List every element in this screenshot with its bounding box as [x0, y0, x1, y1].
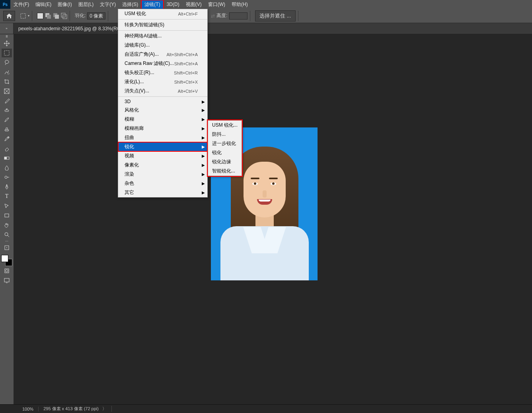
submenu-arrow-icon: ▶ — [202, 100, 205, 104]
submenu-arrow-icon: ▶ — [202, 117, 205, 121]
submenu-smart-sharpen[interactable]: 智能锐化... — [208, 166, 242, 176]
ps-logo-icon: Ps — [0, 0, 10, 9]
document-tab[interactable]: pexels-atahandemir-28221965.jpg @ 8.33%(… — [14, 23, 134, 34]
menu-convert-smart-filter[interactable]: 转换为智能滤镜(S) — [118, 20, 207, 31]
svg-rect-0 — [21, 14, 25, 18]
svg-rect-15 — [5, 214, 9, 217]
clone-stamp-tool[interactable] — [2, 125, 12, 134]
gradient-tool[interactable] — [2, 154, 12, 162]
hand-tool[interactable] — [2, 221, 12, 229]
selection-new-icon[interactable] — [37, 13, 43, 19]
menu-vanishing-point[interactable]: 消失点(V)...Alt+Ctrl+V — [118, 86, 207, 97]
submenu-arrow-icon: ▶ — [202, 126, 205, 131]
chevron-down-icon[interactable]: ▾ — [28, 14, 29, 18]
menu-filter-gallery[interactable]: 滤镜库(G)... — [118, 41, 207, 50]
feather-input[interactable]: 0 像素 — [87, 12, 105, 20]
eraser-tool[interactable] — [2, 144, 12, 153]
edit-toolbar-icon[interactable] — [2, 243, 12, 252]
menu-cat-blur-gallery[interactable]: 模糊画廊▶ — [118, 124, 207, 133]
menu-liquify[interactable]: 液化(L)...Shift+Ctrl+X — [118, 77, 207, 86]
menu-image[interactable]: 图像(I) — [55, 0, 75, 9]
pen-tool[interactable] — [2, 182, 12, 191]
document-info[interactable]: 295 像素 x 413 像素 (72 ppi) 〉 — [39, 406, 112, 412]
submenu-usm-sharpen[interactable]: USM 锐化... — [208, 121, 242, 130]
document-tab-title: pexels-atahandemir-28221965.jpg @ 8.33%(… — [18, 26, 129, 31]
svg-point-20 — [6, 270, 8, 272]
marquee-tool-indicator-icon[interactable] — [20, 13, 26, 19]
quick-mask-tool[interactable] — [2, 266, 12, 275]
select-and-mask-button[interactable]: 选择并遮住 ... — [255, 10, 296, 22]
sharpen-submenu: USM 锐化... 防抖... 进一步锐化 锐化 锐化边缘 智能锐化... — [208, 120, 242, 176]
menu-help[interactable]: 帮助(H) — [228, 0, 251, 9]
menu-layer[interactable]: 图层(L) — [75, 0, 97, 9]
menu-3d[interactable]: 3D(D) — [164, 0, 183, 8]
menu-neural-filters[interactable]: 神经网络AI滤镜... — [118, 31, 207, 41]
menu-cat-pixelate[interactable]: 像素化▶ — [118, 161, 207, 170]
foreground-color-swatch[interactable] — [1, 255, 8, 262]
rectangular-marquee-tool[interactable] — [2, 49, 12, 57]
svg-rect-7 — [4, 51, 9, 55]
home-icon — [6, 13, 12, 19]
frame-tool[interactable] — [2, 87, 12, 96]
menu-cat-stylize[interactable]: 风格化▶ — [118, 106, 207, 115]
menu-adaptive-wide-angle[interactable]: 自适应广角(A)...Alt+Shift+Ctrl+A — [118, 50, 207, 59]
crop-tool[interactable] — [2, 77, 12, 86]
svg-point-18 — [6, 247, 7, 248]
svg-point-14 — [5, 176, 7, 178]
menu-edit[interactable]: 编辑(E) — [32, 0, 55, 9]
color-swatches[interactable] — [1, 255, 12, 266]
eyedropper-tool[interactable] — [2, 96, 12, 105]
submenu-sharpen[interactable]: 锐化 — [208, 148, 242, 157]
history-brush-tool[interactable] — [2, 135, 12, 143]
chevron-right-icon[interactable]: 〉 — [102, 406, 107, 411]
rectangle-tool[interactable] — [2, 211, 12, 220]
quick-selection-tool[interactable] — [2, 68, 12, 76]
dodge-tool[interactable] — [2, 173, 12, 182]
menu-cat-render[interactable]: 渲染▶ — [118, 170, 207, 179]
type-tool[interactable]: T — [2, 192, 12, 201]
submenu-arrow-icon: ▶ — [202, 190, 205, 195]
brush-tool[interactable] — [2, 115, 12, 124]
svg-point-8 — [8, 73, 9, 74]
selection-intersect-icon[interactable] — [61, 13, 67, 19]
menu-cat-video[interactable]: 视频▶ — [118, 151, 207, 161]
menu-type[interactable]: 文字(Y) — [97, 0, 119, 9]
zoom-level[interactable]: 100% — [18, 407, 39, 411]
menu-cat-distort[interactable]: 扭曲▶ — [118, 133, 207, 142]
menu-filter[interactable]: 滤镜(T) — [141, 0, 163, 9]
swap-icon: ⇄ — [211, 13, 215, 19]
zoom-tool[interactable] — [2, 230, 12, 239]
menu-cat-3d[interactable]: 3D▶ — [118, 98, 207, 106]
menu-last-filter[interactable]: USM 锐化 Alt+Ctrl+F — [118, 9, 207, 20]
screen-mode-tool[interactable] — [2, 276, 12, 285]
menu-cat-other[interactable]: 其它▶ — [118, 188, 207, 197]
height-input — [229, 12, 247, 20]
canvas-area[interactable] — [14, 34, 532, 404]
submenu-arrow-icon: ▶ — [202, 163, 205, 167]
menu-select[interactable]: 选择(S) — [119, 0, 141, 9]
submenu-sharpen-more[interactable]: 进一步锐化 — [208, 139, 242, 148]
healing-brush-tool[interactable] — [2, 106, 12, 115]
toolbar-grip-icon[interactable]: ⠿ — [6, 35, 8, 39]
toolbar-more-icon[interactable]: ⋯ — [5, 239, 9, 243]
panel-collapse-icon[interactable]: » — [0, 23, 14, 34]
selection-subtract-icon[interactable] — [53, 13, 59, 19]
menu-cat-noise[interactable]: 杂色▶ — [118, 179, 207, 188]
status-bar: 100% 295 像素 x 413 像素 (72 ppi) 〉 — [0, 404, 532, 413]
menu-camera-raw-filter[interactable]: Camera Raw 滤镜(C)...Shift+Ctrl+A — [118, 59, 207, 68]
document-tabbar: » pexels-atahandemir-28221965.jpg @ 8.33… — [0, 23, 532, 34]
menu-view[interactable]: 视图(V) — [183, 0, 205, 9]
lasso-tool[interactable] — [2, 58, 12, 67]
menu-cat-sharpen[interactable]: 锐化▶ — [118, 142, 207, 151]
menu-window[interactable]: 窗口(W) — [205, 0, 228, 9]
home-button[interactable] — [3, 11, 15, 21]
selection-add-icon[interactable] — [45, 13, 51, 19]
submenu-sharpen-edges[interactable]: 锐化边缘 — [208, 157, 242, 166]
menu-lens-correction[interactable]: 镜头校正(R)...Shift+Ctrl+R — [118, 68, 207, 77]
path-selection-tool[interactable] — [2, 202, 12, 210]
menu-file[interactable]: 文件(F) — [10, 0, 32, 9]
move-tool[interactable] — [2, 39, 12, 48]
submenu-shake-reduction[interactable]: 防抖... — [208, 130, 242, 139]
blur-tool[interactable] — [2, 163, 12, 172]
menu-cat-blur[interactable]: 模糊▶ — [118, 115, 207, 124]
